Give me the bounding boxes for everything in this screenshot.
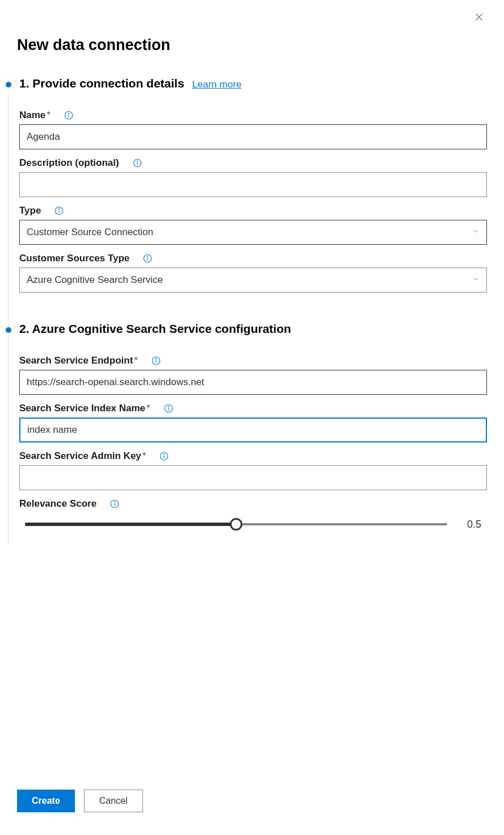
customer-sources-type-select[interactable]: Azure Cognitive Search Service	[19, 268, 487, 293]
name-input[interactable]	[19, 124, 487, 149]
section-2-header: 2. Azure Cognitive Search Service config…	[19, 322, 487, 336]
section-1-header: 1. Provide connection details Learn more	[19, 77, 487, 90]
svg-point-10	[59, 208, 60, 209]
section-divider-line	[8, 89, 9, 544]
section-1-title: 1. Provide connection details	[19, 77, 184, 90]
chevron-down-icon	[472, 274, 480, 286]
index-name-label: Search Service Index Name*	[19, 403, 150, 414]
svg-point-7	[137, 161, 137, 161]
svg-point-25	[114, 502, 115, 502]
section-2-title: 2. Azure Cognitive Search Service config…	[19, 322, 291, 336]
admin-key-label: Search Service Admin Key*	[19, 450, 146, 462]
info-icon[interactable]	[63, 110, 74, 121]
chevron-down-icon	[472, 227, 480, 238]
type-label: Type	[19, 205, 41, 216]
svg-point-13	[148, 256, 148, 257]
endpoint-input[interactable]	[19, 370, 487, 395]
endpoint-label: Search Service Endpoint*	[19, 355, 138, 366]
learn-more-link[interactable]: Learn more	[192, 79, 242, 90]
customer-sources-type-label: Customer Sources Type	[19, 253, 129, 264]
info-icon[interactable]	[158, 450, 170, 462]
admin-key-input[interactable]	[19, 465, 487, 490]
info-icon[interactable]	[163, 403, 174, 414]
svg-point-16	[156, 358, 156, 359]
create-button[interactable]: Create	[17, 790, 75, 812]
footer: Create Cancel	[17, 790, 143, 812]
relevance-value: 0.5	[459, 519, 481, 531]
section-bullet-icon	[6, 327, 11, 333]
customer-sources-type-value: Azure Cognitive Search Service	[27, 274, 163, 286]
info-icon[interactable]	[132, 157, 143, 169]
page-title: New data connection	[17, 36, 487, 54]
slider-fill	[25, 523, 236, 526]
relevance-slider[interactable]	[25, 517, 447, 531]
type-select[interactable]: Customer Source Connection	[19, 220, 487, 245]
info-icon[interactable]	[142, 253, 153, 264]
svg-point-19	[168, 406, 169, 407]
info-icon[interactable]	[109, 498, 120, 510]
info-icon[interactable]	[150, 355, 162, 366]
close-button[interactable]	[470, 8, 488, 26]
name-label: Name*	[19, 110, 51, 121]
relevance-label: Relevance Score	[19, 498, 96, 510]
section-bullet-icon	[6, 82, 11, 87]
description-label: Description (optional)	[19, 157, 119, 169]
slider-thumb[interactable]	[230, 518, 242, 531]
svg-point-22	[164, 454, 165, 454]
cancel-button[interactable]: Cancel	[84, 790, 143, 812]
svg-point-4	[68, 113, 69, 114]
info-icon[interactable]	[53, 205, 65, 216]
type-select-value: Customer Source Connection	[27, 227, 153, 238]
description-input[interactable]	[19, 172, 487, 197]
index-name-input[interactable]	[19, 418, 487, 442]
